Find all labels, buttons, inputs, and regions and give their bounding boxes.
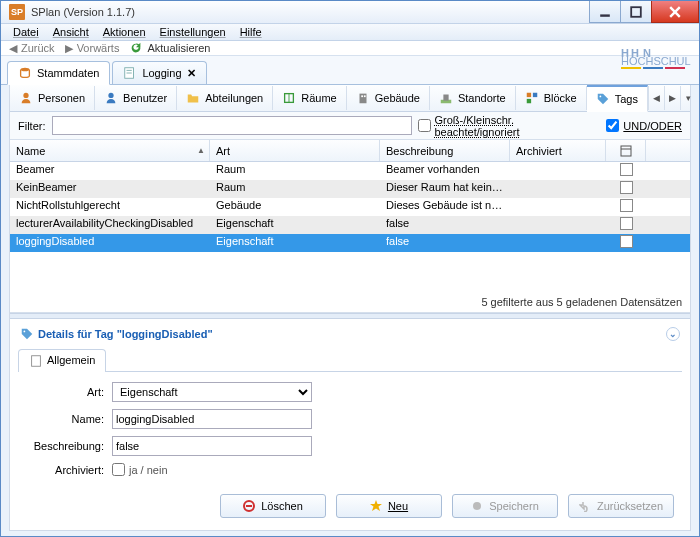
subtab-list-button[interactable]: ▾ [680, 86, 696, 110]
svg-rect-26 [526, 99, 530, 103]
subtab-personen[interactable]: Personen [10, 86, 95, 110]
save-button[interactable]: Speichern [452, 494, 558, 518]
save-icon [471, 500, 483, 512]
reset-button[interactable]: Zurücksetzen [568, 494, 674, 518]
field-name[interactable] [112, 409, 312, 429]
refresh-icon [129, 41, 143, 55]
table-row[interactable]: Beamer Raum Beamer vorhanden [10, 162, 690, 180]
blocks-icon [525, 91, 539, 105]
maximize-button[interactable] [620, 1, 652, 23]
tag-icon [596, 92, 610, 106]
col-beschreibung[interactable]: Beschreibung [380, 140, 510, 161]
nav-refresh[interactable]: Aktualisieren [129, 41, 210, 55]
menu-einstellungen[interactable]: Einstellungen [154, 24, 232, 40]
row-checkbox[interactable] [620, 181, 633, 194]
svg-point-15 [23, 93, 28, 98]
table-row[interactable]: KeinBeamer Raum Dieser Raum hat keinen B… [10, 180, 690, 198]
subtab-scroll-right[interactable]: ▶ [664, 86, 680, 110]
subtab-tags[interactable]: Tags [587, 85, 648, 112]
svg-rect-19 [359, 94, 366, 104]
svg-point-34 [473, 502, 481, 510]
svg-rect-8 [621, 67, 641, 69]
svg-rect-24 [526, 93, 530, 97]
columns-icon [620, 145, 632, 157]
delete-icon [243, 500, 255, 512]
minimize-button[interactable] [589, 1, 621, 23]
subtab-gebaeude[interactable]: Gebäude [347, 86, 430, 110]
star-icon [370, 500, 382, 512]
database-icon [18, 66, 32, 80]
details-tabbar: Allgemein [18, 349, 682, 372]
filterbar: Filter: Groß-/Kleinschr. beachtet/ignori… [10, 112, 690, 140]
table-row[interactable]: loggingDisabled Eigenschaft false [10, 234, 690, 252]
expand-collapse-button[interactable]: ⌄ [666, 327, 680, 341]
details-form: Art: Eigenschaft Name: Beschreibung: Arc… [18, 372, 682, 486]
subtab-benutzer[interactable]: Benutzer [95, 86, 177, 110]
delete-button[interactable]: Löschen [220, 494, 326, 518]
row-checkbox[interactable] [620, 217, 633, 230]
menu-aktionen[interactable]: Aktionen [97, 24, 152, 40]
svg-rect-1 [631, 7, 641, 17]
grid-header: Name▲ Art Beschreibung Archiviert [10, 140, 690, 162]
menu-datei[interactable]: Datei [7, 24, 45, 40]
grid-body[interactable]: Beamer Raum Beamer vorhanden KeinBeamer … [10, 162, 690, 292]
menubar: Datei Ansicht Aktionen Einstellungen Hil… [1, 24, 699, 41]
andor-checkbox[interactable]: UND/ODER [606, 119, 682, 132]
menu-hilfe[interactable]: Hilfe [234, 24, 268, 40]
field-art[interactable]: Eigenschaft [112, 382, 312, 402]
location-icon [439, 91, 453, 105]
tab-logging[interactable]: Logging ✕ [112, 61, 206, 84]
forward-icon: ▶ [65, 42, 73, 55]
filter-input[interactable] [52, 116, 412, 135]
col-name[interactable]: Name▲ [10, 140, 210, 161]
nav-forward[interactable]: ▶ Vorwärts [65, 42, 120, 55]
details-tab-allgemein[interactable]: Allgemein [18, 349, 106, 372]
label-art: Art: [24, 386, 112, 398]
close-button[interactable] [651, 1, 699, 23]
subtab-scroll-left[interactable]: ◀ [648, 86, 664, 110]
row-checkbox[interactable] [620, 235, 633, 248]
col-art[interactable]: Art [210, 140, 380, 161]
main-tabbar: Stammdaten Logging ✕ [1, 56, 699, 85]
table-row[interactable]: lecturerAvailabilityCheckingDisabled Eig… [10, 216, 690, 234]
svg-rect-31 [32, 356, 41, 367]
subtab-standorte[interactable]: Standorte [430, 86, 516, 110]
tag-icon [20, 327, 34, 341]
new-button[interactable]: Neu [336, 494, 442, 518]
table-row[interactable]: NichtRollstuhlgerecht Gebäude Dieses Geb… [10, 198, 690, 216]
sheet-icon [29, 354, 43, 368]
details-panel: Details für Tag "loggingDisabled" ⌄ Allg… [10, 319, 690, 530]
details-header: Details für Tag "loggingDisabled" ⌄ [18, 323, 682, 345]
svg-point-11 [21, 68, 30, 72]
subtab-raeume[interactable]: Räume [273, 86, 346, 110]
col-archiviert[interactable]: Archiviert [510, 140, 606, 161]
row-checkbox[interactable] [620, 199, 633, 212]
nav-back[interactable]: ◀ Zurück [9, 42, 55, 55]
svg-rect-23 [443, 95, 448, 101]
sub-tabbar: Personen Benutzer Abteilungen Räume Gebä… [10, 85, 690, 112]
room-icon [282, 91, 296, 105]
grid-footer: 5 gefilterte aus 5 geladenen Datensätzen [10, 292, 690, 312]
subtab-abteilungen[interactable]: Abteilungen [177, 86, 273, 110]
field-archiviert[interactable] [112, 463, 125, 476]
window-title: SPlan (Version 1.1.7) [31, 6, 135, 18]
close-tab-icon[interactable]: ✕ [187, 67, 196, 80]
svg-rect-20 [361, 95, 363, 97]
button-bar: Löschen Neu Speichern Zurücksetzen [18, 486, 682, 526]
field-beschreibung[interactable] [112, 436, 312, 456]
nav-toolbar: ◀ Zurück ▶ Vorwärts Aktualisieren HHN HO… [1, 41, 699, 56]
tab-stammdaten[interactable]: Stammdaten [7, 61, 110, 85]
folder-icon [186, 91, 200, 105]
brand-logo: HHN HOCHSCHULE HEILBRONN [621, 45, 691, 69]
log-icon [123, 66, 137, 80]
app-window: SP SPlan (Version 1.1.7) Datei Ansicht A… [0, 0, 700, 537]
svg-rect-25 [533, 93, 537, 97]
subtab-bloecke[interactable]: Blöcke [516, 86, 587, 110]
row-checkbox[interactable] [620, 163, 633, 176]
case-sensitivity-checkbox[interactable]: Groß-/Kleinschr. beachtet/ignoriert [418, 114, 601, 138]
col-config[interactable] [606, 140, 646, 161]
data-grid: Name▲ Art Beschreibung Archiviert Beamer… [10, 140, 690, 313]
app-icon: SP [9, 4, 25, 20]
filter-label: Filter: [18, 120, 46, 132]
menu-ansicht[interactable]: Ansicht [47, 24, 95, 40]
